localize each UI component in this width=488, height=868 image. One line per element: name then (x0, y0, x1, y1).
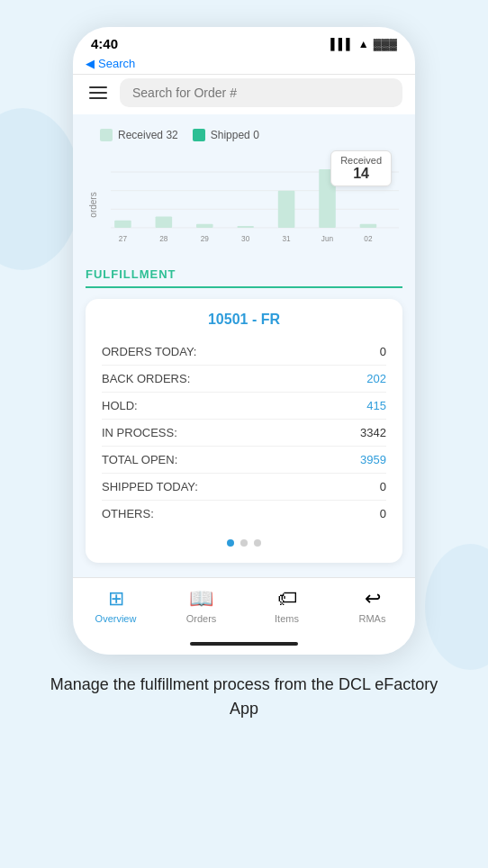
legend-shipped-dot (193, 129, 205, 141)
svg-text:30: 30 (241, 235, 250, 243)
legend-shipped-label: Shipped 0 (211, 129, 259, 141)
svg-rect-11 (237, 226, 254, 228)
legend-received-label: Received 32 (118, 129, 178, 141)
row-value: 415 (366, 399, 386, 412)
nav-label-overview: Overview (95, 613, 137, 624)
row-value: 0 (380, 480, 386, 493)
card-row: IN PROCESS:3342 (102, 420, 386, 447)
status-icons: ▌▌▌ ▲ ▓▓▓ (330, 38, 397, 50)
hamburger-menu-button[interactable] (86, 83, 111, 103)
fulfillment-title: FULFILLMENT (86, 267, 402, 288)
row-value: 0 (380, 345, 386, 358)
search-input[interactable] (120, 78, 402, 107)
chart-tooltip: Received 14 (330, 150, 392, 186)
fulfillment-section: FULFILLMENT 10501 - FR ORDERS TODAY:0BAC… (73, 257, 415, 568)
svg-rect-9 (156, 217, 173, 228)
card-row: TOTAL OPEN:3959 (102, 447, 386, 474)
back-arrow-icon: ◀ (86, 57, 95, 70)
svg-rect-12 (278, 191, 295, 228)
home-bar (190, 642, 298, 646)
svg-rect-14 (360, 224, 377, 228)
legend-received-dot (100, 129, 113, 141)
bottom-text: Manage the fulfillment process from the … (0, 655, 488, 748)
fulfillment-card: 10501 - FR ORDERS TODAY:0BACK ORDERS:202… (86, 299, 402, 563)
row-value: 3959 (360, 453, 386, 466)
svg-text:31: 31 (283, 235, 292, 243)
decorative-blob-left (0, 108, 81, 270)
chart-container: orders 0 5 10 15 (111, 150, 399, 249)
row-label: OTHERS: (102, 507, 154, 520)
card-row: HOLD:415 (102, 393, 386, 420)
chart-area: Received 32 Shipped 0 orders (73, 114, 415, 257)
row-value: 3342 (360, 426, 386, 439)
card-row: SHIPPED TODAY:0 (102, 474, 386, 501)
svg-text:02: 02 (364, 235, 373, 243)
legend-received: Received 32 (100, 129, 178, 141)
row-label: SHIPPED TODAY: (102, 480, 198, 493)
battery-icon: ▓▓▓ (374, 38, 397, 50)
nav-item-orders[interactable]: 📖 Orders (175, 587, 229, 624)
back-navigation[interactable]: ◀ Search (73, 55, 415, 75)
svg-text:27: 27 (119, 235, 128, 243)
card-row: OTHERS:0 (102, 501, 386, 527)
dots-indicator (102, 539, 386, 547)
svg-text:Jun: Jun (321, 235, 334, 243)
back-label[interactable]: Search (98, 57, 135, 70)
rmas-icon: ↩ (365, 587, 381, 610)
nav-label-orders: Orders (186, 613, 217, 624)
row-label: TOTAL OPEN: (102, 453, 177, 466)
orders-icon: 📖 (189, 587, 213, 610)
chart-legend: Received 32 Shipped 0 (82, 129, 406, 141)
row-label: ORDERS TODAY: (102, 345, 196, 358)
row-value: 202 (366, 372, 386, 385)
bottom-nav: ⊞ Overview 📖 Orders 🏷 Items ↩ RMAs (73, 577, 415, 637)
y-axis-label: orders (88, 192, 98, 217)
decorative-blob-right (425, 544, 488, 670)
nav-label-rmas: RMAs (359, 613, 386, 624)
nav-item-rmas[interactable]: ↩ RMAs (346, 587, 400, 624)
home-indicator (73, 637, 415, 655)
svg-text:28: 28 (159, 235, 168, 243)
legend-shipped: Shipped 0 (193, 129, 259, 141)
phone-mockup: 4:40 ▌▌▌ ▲ ▓▓▓ ◀ Search (73, 27, 415, 655)
items-icon: 🏷 (277, 587, 297, 610)
nav-label-items: Items (275, 613, 299, 624)
nav-bar (73, 75, 415, 114)
dot-2[interactable] (240, 539, 248, 547)
signal-icon: ▌▌▌ (330, 38, 354, 50)
card-rows-container: ORDERS TODAY:0BACK ORDERS:202HOLD:415IN … (102, 339, 386, 527)
row-label: HOLD: (102, 399, 138, 412)
tooltip-label: Received (340, 155, 382, 166)
overview-icon: ⊞ (108, 587, 124, 610)
status-time: 4:40 (91, 36, 118, 51)
dot-1[interactable] (227, 539, 234, 547)
row-label: IN PROCESS: (102, 426, 177, 439)
wifi-icon: ▲ (358, 38, 369, 50)
svg-rect-8 (114, 221, 131, 228)
card-title: 10501 - FR (102, 312, 386, 328)
card-row: BACK ORDERS:202 (102, 366, 386, 393)
nav-item-overview[interactable]: ⊞ Overview (89, 587, 143, 624)
dot-3[interactable] (254, 539, 261, 547)
nav-item-items[interactable]: 🏷 Items (260, 587, 314, 624)
row-label: BACK ORDERS: (102, 372, 190, 385)
tooltip-value: 14 (340, 166, 382, 182)
status-bar: 4:40 ▌▌▌ ▲ ▓▓▓ (73, 27, 415, 55)
card-row: ORDERS TODAY:0 (102, 339, 386, 366)
svg-text:29: 29 (201, 235, 210, 243)
svg-rect-10 (196, 224, 213, 228)
row-value: 0 (380, 507, 386, 520)
